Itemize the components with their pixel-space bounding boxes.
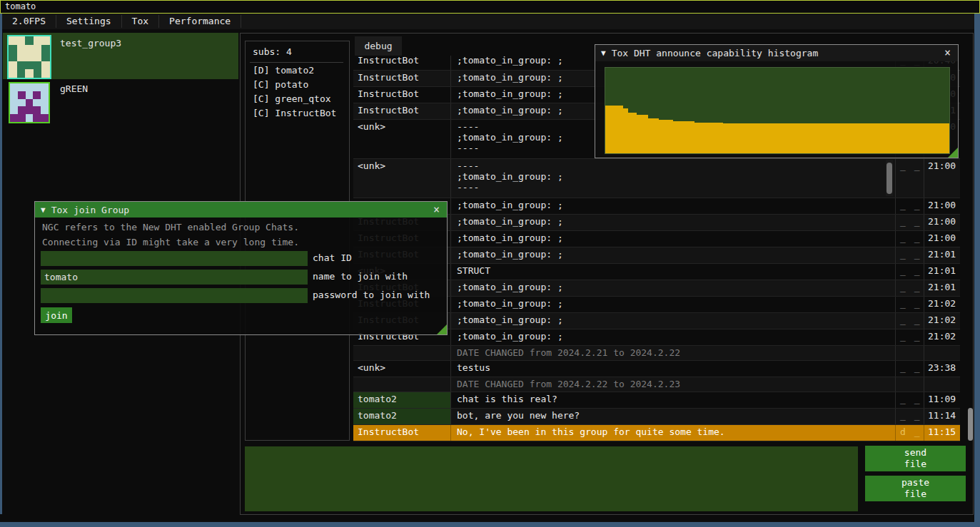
message-timestamp [924,346,960,360]
window-frame-right [974,13,980,527]
close-icon[interactable]: × [943,48,952,58]
member-item-InstructBot[interactable]: [C] InstructBot [253,108,336,118]
collapse-arrow-icon[interactable]: ▼ [601,48,606,58]
date-changed-text: DATE CHANGED from 2024.2.22 to 2024.2.23 [451,377,896,392]
message-timestamp: 21:02 [924,329,960,345]
message-timestamp: 11:09 [924,392,960,408]
message-cell-scrollbar[interactable] [886,160,893,196]
join-password-input[interactable] [41,288,308,303]
group-list-item-gREEN[interactable]: gREEN [3,80,238,126]
date-separator-row: DATE CHANGED from 2024.2.21 to 2024.2.22 [353,346,960,361]
dht-histogram-titlebar[interactable]: ▼ Tox DHT announce capability histogram … [595,45,958,61]
message-timestamp: 21:01 [924,247,960,263]
message-text: ;tomato_in_group: ; [451,329,896,345]
app-title: tomato [5,1,36,11]
resize-grip[interactable] [437,324,447,334]
histogram-bar-segment [623,108,628,153]
message-status-flags: _ _ [896,392,924,408]
group-name: gREEN [60,83,88,94]
message-status-flags: _ _ [896,247,924,263]
histogram-bar-segment [723,123,950,153]
dht-histogram-window: ▼ Tox DHT announce capability histogram … [595,44,959,158]
join-button[interactable]: join [41,307,72,323]
tab-debug[interactable]: debug [355,36,402,56]
message-timestamp: 21:00 [924,159,960,198]
message-timestamp: 23:38 [924,361,960,377]
member-item-green_qtox[interactable]: [C] green_qtox [253,93,331,104]
message-timestamp: 21:02 [924,313,960,329]
message-timestamp: 21:01 [924,280,960,296]
message-text: bot, are you new here? [451,409,896,424]
message-text: ---- ;tomato_in_group: ; ---- [451,159,896,198]
chat-scrollbar-handle[interactable] [968,408,973,441]
message-timestamp: 21:02 [924,297,960,312]
message-text: chat is this real? [451,392,896,408]
app-window: tomato 2.0FPS Settings Tox Performance t… [0,0,980,527]
join-password-label: password to join with [313,290,430,300]
message-input[interactable] [245,446,858,511]
message-row[interactable]: <unk>---- ;tomato_in_group: ; ----_ _21:… [353,159,960,198]
menu-item-performance[interactable]: Performance [159,14,241,29]
close-icon[interactable]: × [432,205,441,215]
chat-id-label: chat ID [313,252,352,263]
message-status-flags: _ _ [896,361,924,377]
members-header: subs: 4 [253,46,292,57]
join-name-input[interactable] [41,270,308,285]
message-status-flags: _ _ [896,198,924,214]
histogram-bar-segment [648,118,659,153]
histogram-bar-segment [628,113,637,153]
message-timestamp [924,377,960,392]
chat-id-input[interactable] [41,251,308,266]
group-list-item-test_group3[interactable]: test_group3 [3,33,238,79]
histogram-bar-segment [659,120,673,153]
member-item-potato[interactable]: [C] potato [253,79,308,90]
window-frame-bottom [0,522,980,527]
message-text: ;tomato_in_group: ; [451,198,896,214]
collapse-arrow-icon[interactable]: ▼ [41,205,46,215]
histogram-bar-segment [637,115,648,153]
message-status-flags: _ _ [896,313,924,329]
message-status-flags: _ _ [896,231,924,247]
message-text: STRUCT [451,264,896,280]
message-sender: InstructBot [353,56,451,70]
chat-scrollbar[interactable] [968,34,974,514]
message-cell-scrollbar-handle[interactable] [886,163,892,194]
send-file-button[interactable]: send file [865,446,966,471]
paste-file-button[interactable]: paste file [865,476,966,501]
menu-item-settings[interactable]: Settings [56,14,121,29]
message-row[interactable]: tomato2bot, are you new here?_ _11:14 [353,409,960,425]
message-sender: <unk> [353,120,451,158]
os-title-bar[interactable]: tomato [0,0,980,14]
message-status-flags: _ _ [896,297,924,312]
join-info-line: Connecting via ID might take a very long… [42,237,299,247]
message-timestamp: 21:00 [924,215,960,230]
message-sender: tomato2 [353,409,451,424]
message-status-flags [896,377,924,392]
message-text: No, I've been in this group for quite so… [451,425,896,441]
message-sender: InstructBot [353,71,451,86]
group-name: test_group3 [60,38,121,48]
message-row[interactable]: tomato2chat is this real?_ _11:09 [353,392,960,409]
dht-histogram-plot [605,67,950,154]
message-text: testus [451,361,896,377]
message-text: ;tomato_in_group: ; [451,231,896,247]
message-status-flags: _ _ [896,264,924,280]
menu-item-tox[interactable]: Tox [122,14,158,29]
message-status-flags: _ _ [896,215,924,230]
message-row[interactable]: <unk>testus_ _23:38 [353,361,960,377]
message-status-flags: _ _ [896,329,924,345]
message-timestamp: 11:14 [924,409,960,424]
date-separator-row: DATE CHANGED from 2024.2.22 to 2024.2.23 [353,377,960,392]
group-avatar [7,35,51,79]
message-text: ;tomato_in_group: ; [451,247,896,263]
resize-grip[interactable] [948,148,958,158]
message-row[interactable]: InstructBotNo, I've been in this group f… [353,425,960,441]
message-timestamp: 21:01 [924,264,960,280]
join-info-line: NGC refers to the New DHT enabled Group … [42,222,299,232]
member-item-tomato2[interactable]: [D] tomato2 [253,65,314,76]
message-timestamp: 21:00 [924,231,960,247]
message-text: ;tomato_in_group: ; [451,313,896,329]
join-group-titlebar[interactable]: ▼ Tox join Group × [35,202,447,218]
message-status-flags: d _ [896,425,924,441]
message-text: ;tomato_in_group: ; [451,280,896,296]
